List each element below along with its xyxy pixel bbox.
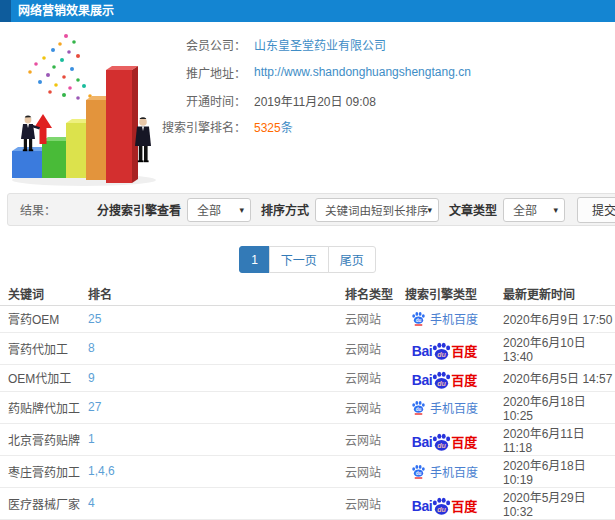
table-row: 医疗器械厂家 4 云网站 Bai du 百度 [0,487,615,519]
baidu-paw-icon: du [431,342,452,361]
results-table: 关键词 排名 排名类型 搜索引擎类型 最新更新时间 膏药OEM 25 云网站 [0,283,615,520]
table-row: 膏药代加工 8 云网站 Bai du 百度 [0,332,615,364]
promo-url-label: 推广地址： [158,64,246,81]
header-left-accent [0,0,11,22]
col-keyword: 关键词 [0,283,80,305]
sort-value: 关键词由短到长排序 [325,202,429,218]
rank-link[interactable]: 1,4,6 [88,464,115,478]
engine-rank-link[interactable]: 5325条 [254,118,293,135]
info-row-company: 会员公司： 山东皇圣堂药业有限公司 [158,30,471,58]
open-time-value: 2019年11月20日 09:08 [254,92,376,109]
svg-text:du: du [437,441,446,449]
mobile-baidu-logo: du 手机百度 [411,399,478,416]
col-updated: 最新更新时间 [492,283,615,305]
keyword-cell: 膏药代加工 [0,332,80,364]
updated-cell: 2020年6月11日 11:18 [492,423,615,455]
table-header-row: 关键词 排名 排名类型 搜索引擎类型 最新更新时间 [0,283,615,305]
article-type-value: 全部 [513,201,537,218]
businessman-left [21,116,40,152]
member-info-panel: 会员公司： 山东皇圣堂药业有限公司 推广地址： http://www.shand… [158,30,471,138]
updated-cell: 2020年6月18日 10:19 [492,455,615,487]
rank-type-cell: 云网站 [337,423,397,455]
svg-text:du: du [416,318,422,323]
rank-link[interactable]: 9 [88,371,95,385]
table-row: 药贴牌代加工 27 云网站 du 手机百度 [0,391,615,423]
baidu-paw-icon: du [431,497,452,516]
baidu-paw-icon: du [411,400,426,415]
table-row: 膏药OEM 25 云网站 du 手机百度 [0,305,615,332]
company-link[interactable]: 山东皇圣堂药业有限公司 [254,36,386,53]
col-engine-type: 搜索引擎类型 [397,283,492,305]
baidu-logo: Bai du 百度 [412,430,477,449]
result-label: 结果： [20,201,56,218]
info-row-url: 推广地址： http://www.shandonghuangshengtang.… [158,58,471,86]
mobile-baidu-logo: du 手机百度 [411,463,478,480]
table-row: 枣庄膏药加工 1,4,6 云网站 du 手机百度 [0,455,615,487]
updated-cell: 2020年6月9日 17:50 [492,305,615,332]
engine-rank-unit: 条 [281,121,293,135]
baidu-paw-icon: du [411,311,426,326]
baidu-paw-icon: du [431,433,452,452]
rank-link[interactable]: 25 [88,312,101,326]
baidu-logo: Bai du 百度 [412,494,477,513]
keyword-cell: 北京膏药贴牌 [0,423,80,455]
keyword-cell: 医疗器械厂家 [0,487,80,519]
pagination: 1 下一页 尾页 [0,246,615,273]
chevron-down-icon: ▾ [239,204,244,214]
baidu-logo: Bai du 百度 [412,368,477,387]
svg-text:du: du [437,505,446,513]
filter-bar: 结果： 分搜索引擎查看 全部 ▾ 排序方式 关键词由短到长排序 ▾ 文章类型 全… [7,193,615,226]
rank-link[interactable]: 27 [88,400,101,414]
next-page-button[interactable]: 下一页 [269,246,329,273]
filter-controls: 分搜索引擎查看 全部 ▾ 排序方式 关键词由短到长排序 ▾ 文章类型 全部 ▾ … [87,197,615,223]
col-rank-type: 排名类型 [337,283,397,305]
keyword-cell: OEM代加工 [0,364,80,391]
rank-type-cell: 云网站 [337,305,397,332]
chevron-down-icon: ▾ [427,204,432,214]
svg-text:du: du [437,380,446,388]
open-time-label: 开通时间： [158,92,246,109]
marketing-growth-illustration [6,30,171,188]
page-title: 网络营销效果展示 [18,0,114,22]
chevron-down-icon: ▾ [553,204,558,214]
svg-text:du: du [437,350,446,358]
keyword-cell: 药贴牌代加工 [0,391,80,423]
engine-filter-value: 全部 [197,201,221,218]
svg-text:du: du [416,470,422,475]
rank-link[interactable]: 8 [88,341,95,355]
keyword-cell: 膏药OEM [0,305,80,332]
submit-button[interactable]: 提交 [577,197,615,223]
article-type-select[interactable]: 全部 ▾ [503,198,565,222]
engine-filter-label: 分搜索引擎查看 [97,201,181,218]
rank-type-cell: 云网站 [337,455,397,487]
promo-url-link[interactable]: http://www.shandonghuangshengtang.cn [254,65,471,79]
mobile-baidu-logo: du 手机百度 [411,310,478,327]
rank-link[interactable]: 4 [88,496,95,510]
info-row-open-time: 开通时间： 2019年11月20日 09:08 [158,86,471,114]
table-row: OEM代加工 9 云网站 Bai du 百度 [0,364,615,391]
updated-cell: 2020年6月18日 10:25 [492,391,615,423]
keyword-cell: 枣庄膏药加工 [0,455,80,487]
article-type-label: 文章类型 [449,201,497,218]
sort-select[interactable]: 关键词由短到长排序 ▾ [315,198,439,222]
col-rank: 排名 [80,283,337,305]
baidu-paw-icon: du [411,464,426,479]
engine-filter-select[interactable]: 全部 ▾ [187,198,251,222]
last-page-button[interactable]: 尾页 [328,246,376,273]
updated-cell: 2020年6月10日 13:40 [492,332,615,364]
engine-rank-label: 搜索引擎排名： [158,118,246,135]
rank-type-cell: 云网站 [337,364,397,391]
rank-type-cell: 云网站 [337,487,397,519]
page-1-button[interactable]: 1 [239,246,270,273]
updated-cell: 2020年6月5日 14:57 [492,364,615,391]
header-bar: 网络营销效果展示 [0,0,615,22]
updated-cell: 2020年5月29日 10:32 [492,487,615,519]
rank-type-cell: 云网站 [337,391,397,423]
sort-label: 排序方式 [261,201,309,218]
rank-type-cell: 云网站 [337,332,397,364]
page: 网络营销效果展示 [0,0,615,520]
baidu-logo: Bai du 百度 [412,339,477,358]
baidu-paw-icon: du [431,371,452,390]
rank-link[interactable]: 1 [88,432,95,446]
company-label: 会员公司： [158,36,246,53]
